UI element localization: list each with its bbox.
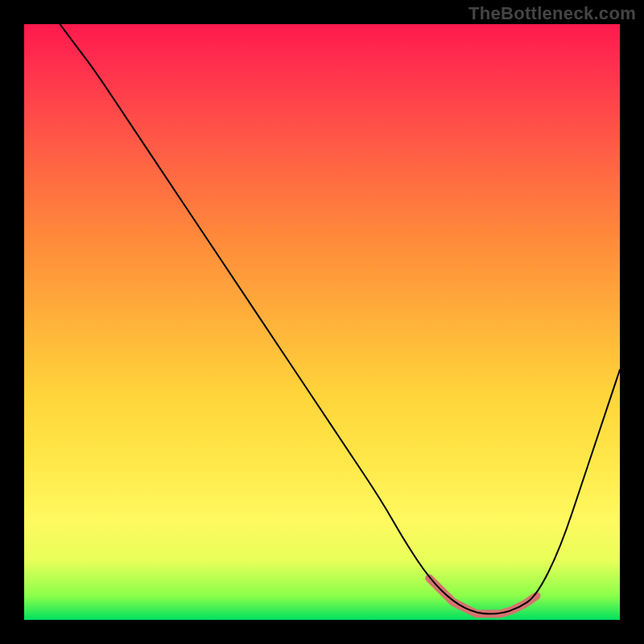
plot-area bbox=[24, 24, 620, 620]
optimal-region-highlight bbox=[429, 578, 536, 613]
bottleneck-curve-svg bbox=[24, 24, 620, 620]
watermark-label: TheBottleneck.com bbox=[469, 3, 636, 24]
chart-frame: TheBottleneck.com bbox=[0, 0, 644, 644]
bottleneck-curve bbox=[60, 24, 620, 614]
